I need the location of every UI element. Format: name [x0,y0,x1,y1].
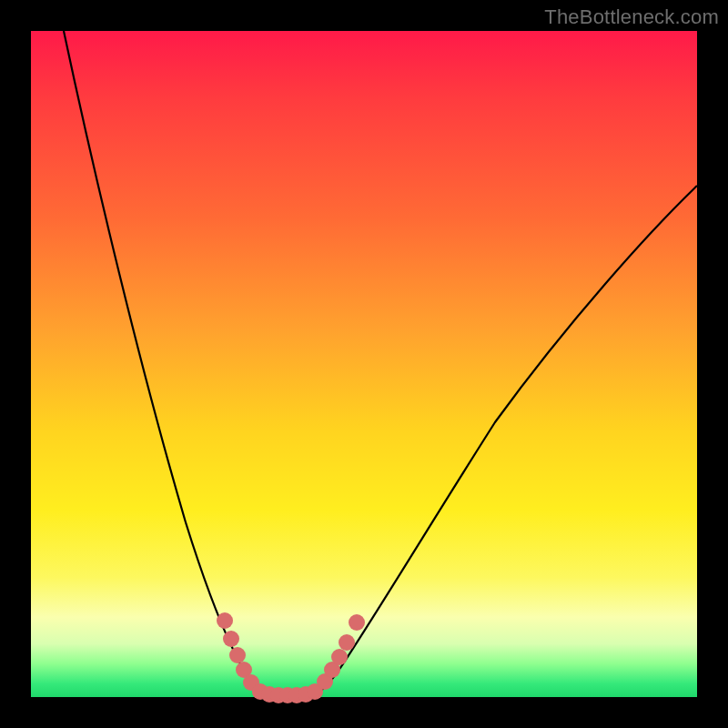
svg-point-1 [223,631,239,647]
chart-frame: TheBottleneck.com [0,0,728,728]
watermark-text: TheBottleneck.com [544,5,719,29]
svg-point-16 [349,614,365,631]
svg-point-15 [339,634,355,651]
marker-cluster-left [217,612,259,691]
svg-point-0 [217,612,233,629]
bottleneck-curve [31,31,697,697]
svg-point-2 [229,647,246,663]
svg-point-14 [331,649,348,665]
marker-cluster-right [317,614,365,690]
marker-valley [252,683,323,703]
curve-path [64,31,697,696]
plot-area [31,31,697,697]
